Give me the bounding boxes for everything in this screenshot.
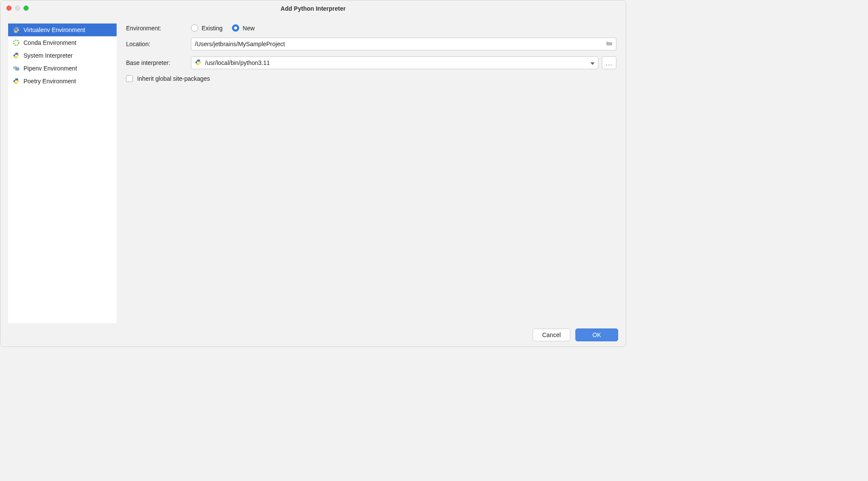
environment-label: Environment: bbox=[126, 25, 191, 32]
environment-row: Environment: Existing New bbox=[126, 24, 616, 32]
base-interpreter-row: Base interpreter: /usr/local/bin/python3… bbox=[126, 56, 616, 69]
pipenv-icon bbox=[12, 65, 20, 72]
inherit-label: Inherit global site-packages bbox=[137, 75, 210, 82]
radio-label: New bbox=[243, 25, 255, 32]
sidebar-item-label: Conda Environment bbox=[23, 39, 76, 46]
inherit-row[interactable]: Inherit global site-packages bbox=[126, 75, 616, 82]
base-interpreter-value: /usr/local/bin/python3.11 bbox=[205, 59, 270, 66]
python-icon bbox=[12, 26, 20, 34]
location-input[interactable]: /Users/jetbrains/MySampleProject bbox=[191, 38, 616, 50]
dialog-body: Virtualenv Environment Conda Environment… bbox=[0, 17, 626, 323]
radio-icon bbox=[232, 24, 239, 32]
dialog-footer: Cancel OK bbox=[0, 323, 626, 346]
ellipsis-icon: ... bbox=[606, 59, 613, 67]
svg-point-0 bbox=[14, 40, 19, 45]
sidebar-item-label: System Interpreter bbox=[23, 52, 73, 59]
sidebar-item-label: Pipenv Environment bbox=[23, 65, 77, 72]
python-icon bbox=[12, 77, 20, 85]
environment-radio-group: Existing New bbox=[191, 24, 255, 32]
radio-existing[interactable]: Existing bbox=[191, 24, 223, 32]
sidebar-item-pipenv[interactable]: Pipenv Environment bbox=[8, 62, 117, 75]
interpreter-type-sidebar: Virtualenv Environment Conda Environment… bbox=[8, 23, 117, 323]
base-interpreter-combobox[interactable]: /usr/local/bin/python3.11 bbox=[191, 56, 598, 69]
button-label: OK bbox=[592, 331, 601, 338]
sidebar-item-label: Poetry Environment bbox=[23, 78, 76, 85]
sidebar-item-system[interactable]: System Interpreter bbox=[8, 49, 117, 62]
location-value: /Users/jetbrains/MySampleProject bbox=[195, 41, 285, 47]
interpreter-config-panel: Environment: Existing New Location: /Use… bbox=[117, 17, 626, 323]
conda-icon bbox=[12, 39, 20, 47]
window-title: Add Python Interpreter bbox=[281, 5, 346, 12]
window-controls bbox=[6, 6, 29, 11]
cancel-button[interactable]: Cancel bbox=[533, 328, 570, 341]
window-minimize-button[interactable] bbox=[15, 6, 20, 11]
base-interpreter-browse-button[interactable]: ... bbox=[602, 56, 616, 69]
button-label: Cancel bbox=[542, 331, 561, 338]
folder-open-icon[interactable] bbox=[606, 41, 613, 48]
sidebar-item-conda[interactable]: Conda Environment bbox=[8, 36, 117, 49]
sidebar-item-poetry[interactable]: Poetry Environment bbox=[8, 75, 117, 88]
python-icon bbox=[195, 59, 202, 67]
location-label: Location: bbox=[126, 41, 191, 47]
location-row: Location: /Users/jetbrains/MySampleProje… bbox=[126, 38, 616, 50]
radio-label: Existing bbox=[202, 25, 223, 32]
sidebar-item-label: Virtualenv Environment bbox=[23, 26, 85, 33]
titlebar: Add Python Interpreter bbox=[0, 0, 626, 17]
chevron-down-icon bbox=[590, 59, 595, 66]
base-interpreter-label: Base interpreter: bbox=[126, 59, 191, 66]
window-close-button[interactable] bbox=[6, 6, 12, 11]
inherit-checkbox[interactable] bbox=[126, 75, 133, 82]
radio-icon bbox=[191, 24, 198, 32]
ok-button[interactable]: OK bbox=[575, 328, 618, 341]
python-icon bbox=[12, 52, 20, 59]
sidebar-item-virtualenv[interactable]: Virtualenv Environment bbox=[8, 23, 117, 36]
window-maximize-button[interactable] bbox=[23, 6, 29, 11]
svg-rect-2 bbox=[15, 67, 19, 70]
radio-new[interactable]: New bbox=[232, 24, 255, 32]
